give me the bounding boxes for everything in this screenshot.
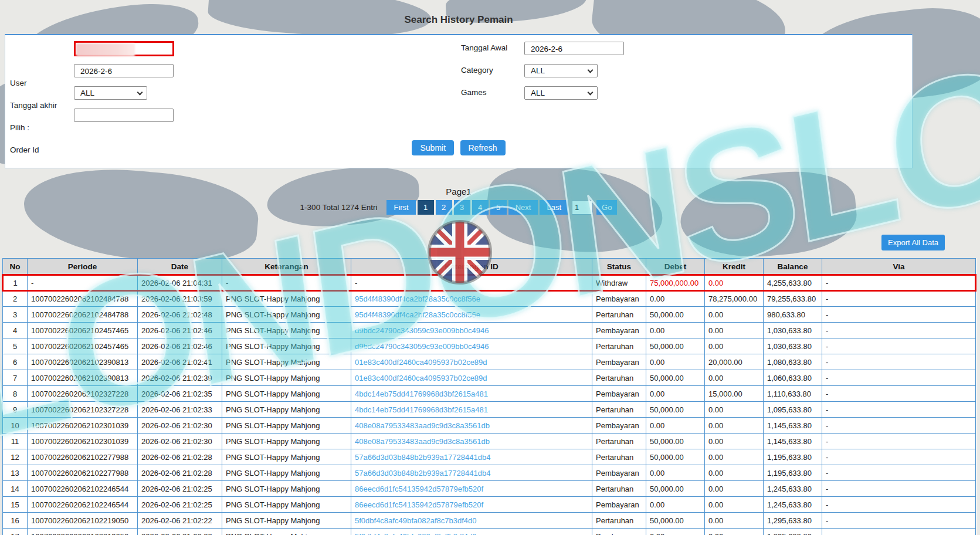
cell-date: 2026-02-06 21:02:28 bbox=[138, 465, 222, 481]
cell-periode: 10070022602062102484788 bbox=[28, 307, 138, 323]
page-button-next[interactable]: Next bbox=[508, 200, 538, 215]
cell-keterangan-id[interactable]: 57a66d3d03b848b2b939a17728441db4 bbox=[351, 449, 592, 465]
redacted-user-value bbox=[76, 43, 135, 56]
page-button-3[interactable]: 3 bbox=[454, 200, 470, 215]
cell-kredit: 78,275,000.00 bbox=[705, 291, 764, 307]
cell-keterangan-id[interactable]: 01e83c400df2460ca4095937b02ce89d bbox=[351, 354, 592, 370]
cell-kredit: 0.00 bbox=[705, 402, 764, 418]
cell-periode: 10070022602062102457465 bbox=[28, 323, 138, 338]
cell-status: Pertaruhan bbox=[592, 370, 646, 386]
table-row: 11100700226020621023010392026-02-06 21:0… bbox=[3, 434, 976, 449]
cell-periode: 10070022602062102219050 bbox=[28, 529, 138, 535]
table-row: 1-2026-02-06 21:04:31--Withdraw75,000,00… bbox=[3, 275, 976, 291]
cell-via: - bbox=[822, 418, 976, 434]
cell-status: Pembayaran bbox=[592, 418, 646, 434]
cell-no: 16 bbox=[3, 513, 28, 529]
page-button-4[interactable]: 4 bbox=[472, 200, 489, 215]
cell-no: 2 bbox=[3, 291, 28, 307]
category-label: Category bbox=[461, 66, 493, 75]
cell-keterangan-id: - bbox=[351, 275, 592, 291]
page-number-input[interactable] bbox=[572, 201, 593, 215]
cell-keterangan-id[interactable]: 408e08a79533483aad9c9d3c8a3561db bbox=[351, 418, 592, 434]
cell-debet: 0.00 bbox=[646, 465, 705, 481]
cell-keterangan-id[interactable]: 86eecd6d1fc54135942d57879efb520f bbox=[351, 497, 592, 513]
cell-keterangan: PNG SLOT-Happy Mahjong bbox=[222, 418, 351, 434]
cell-date: 2026-02-06 21:02:41 bbox=[138, 354, 222, 370]
games-selected-value: ALL bbox=[531, 89, 545, 97]
cell-balance: 79,255,633.80 bbox=[764, 291, 822, 307]
cell-kredit: 0.00 bbox=[705, 418, 764, 434]
cell-via: - bbox=[822, 323, 976, 338]
category-select[interactable]: ALL bbox=[524, 64, 598, 77]
cell-status: Pembayaran bbox=[592, 465, 646, 481]
page-button-1[interactable]: 1 bbox=[418, 200, 434, 215]
pilih-select[interactable]: ALL bbox=[74, 86, 147, 100]
table-row: 7100700226020621023908132026-02-06 21:02… bbox=[3, 370, 976, 386]
user-input[interactable] bbox=[74, 41, 174, 56]
cell-date: 2026-02-06 21:02:25 bbox=[138, 497, 222, 513]
cell-balance: 1,060,633.80 bbox=[764, 370, 822, 386]
cell-no: 7 bbox=[3, 370, 28, 386]
pilih-label: Pilih : bbox=[10, 123, 29, 132]
cell-no: 5 bbox=[3, 338, 28, 354]
column-header-periode: Periode bbox=[28, 259, 138, 275]
cell-keterangan-id[interactable]: d9bdc24790c343059c93e009bb0c4946 bbox=[351, 323, 592, 338]
table-row: 16100700226020621022190502026-02-06 21:0… bbox=[3, 513, 976, 529]
pagination-pages: First12345NextLast bbox=[386, 200, 570, 215]
column-header-balance: Balance bbox=[764, 259, 822, 275]
cell-keterangan: PNG SLOT-Happy Mahjong bbox=[222, 291, 351, 307]
order-id-input[interactable] bbox=[74, 109, 174, 122]
cell-keterangan: PNG SLOT-Happy Mahjong bbox=[222, 307, 351, 323]
cell-periode: - bbox=[28, 275, 138, 291]
cell-keterangan: PNG SLOT-Happy Mahjong bbox=[222, 465, 351, 481]
cell-date: 2026-02-06 21:02:22 bbox=[138, 529, 222, 535]
cell-via: - bbox=[822, 386, 976, 402]
cell-debet: 0.00 bbox=[646, 291, 705, 307]
cell-keterangan-id[interactable]: 408e08a79533483aad9c9d3c8a3561db bbox=[351, 434, 592, 449]
cell-keterangan-id[interactable]: 4bdc14eb75dd41769968d3bf2615a481 bbox=[351, 402, 592, 418]
cell-keterangan-id[interactable]: 86eecd6d1fc54135942d57879efb520f bbox=[351, 481, 592, 497]
page-button-5[interactable]: 5 bbox=[490, 200, 507, 215]
cell-keterangan-id[interactable]: 5f0dbf4c8afc49bfa082af8c7b3df4d0 bbox=[351, 529, 592, 535]
cell-balance: 1,030,633.80 bbox=[764, 323, 822, 338]
cell-balance: 1,245,633.80 bbox=[764, 497, 822, 513]
cell-date: 2026-02-06 21:03:59 bbox=[138, 291, 222, 307]
cell-keterangan-id[interactable]: 5f0dbf4c8afc49bfa082af8c7b3df4d0 bbox=[351, 513, 592, 529]
cell-debet: 0.00 bbox=[646, 386, 705, 402]
refresh-button[interactable]: Refresh bbox=[460, 140, 506, 155]
page-button-last[interactable]: Last bbox=[540, 200, 568, 215]
cell-keterangan-id[interactable]: d9bdc24790c343059c93e009bb0c4946 bbox=[351, 338, 592, 354]
cell-keterangan-id[interactable]: 57a66d3d03b848b2b939a17728441db4 bbox=[351, 465, 592, 481]
games-select[interactable]: ALL bbox=[524, 86, 598, 100]
cell-no: 10 bbox=[3, 418, 28, 434]
user-label: User bbox=[10, 79, 27, 87]
cell-keterangan: PNG SLOT-Happy Mahjong bbox=[222, 449, 351, 465]
table-header-row: NoPeriodeDateKeteranganKeterangan IDStat… bbox=[3, 259, 976, 275]
cell-debet: 50,000.00 bbox=[646, 449, 705, 465]
cell-keterangan-id[interactable]: 95d4f48390df4ca2bf28a35c0cc8f56e bbox=[351, 291, 592, 307]
map-landmass bbox=[20, 161, 262, 269]
cell-periode: 10070022602062102327228 bbox=[28, 402, 138, 418]
page-button-first[interactable]: First bbox=[386, 200, 415, 215]
cell-kredit: 15,000.00 bbox=[705, 386, 764, 402]
cell-keterangan-id[interactable]: 95d4f48390df4ca2bf28a35c0cc8f56e bbox=[351, 307, 592, 323]
cell-periode: 10070022602062102301039 bbox=[28, 434, 138, 449]
games-label: Games bbox=[461, 88, 487, 97]
tanggal-awal-input[interactable] bbox=[524, 42, 624, 55]
page-button-2[interactable]: 2 bbox=[436, 200, 452, 215]
form-buttons: Submit Refresh bbox=[5, 140, 913, 155]
submit-button[interactable]: Submit bbox=[412, 140, 454, 155]
current-page-label: Page1 bbox=[5, 187, 913, 197]
go-button[interactable]: Go bbox=[596, 200, 617, 215]
cell-kredit: 0.00 bbox=[705, 434, 764, 449]
cell-keterangan-id[interactable]: 4bdc14eb75dd41769968d3bf2615a481 bbox=[351, 386, 592, 402]
cell-debet: 0.00 bbox=[646, 323, 705, 338]
cell-via: - bbox=[822, 497, 976, 513]
cell-debet: 0.00 bbox=[646, 497, 705, 513]
tanggal-akhir-input[interactable] bbox=[74, 64, 174, 77]
cell-no: 6 bbox=[3, 354, 28, 370]
export-all-data-button[interactable]: Export All Data bbox=[881, 235, 945, 250]
table-row: 10100700226020621023010392026-02-06 21:0… bbox=[3, 418, 976, 434]
cell-keterangan: PNG SLOT-Happy Mahjong bbox=[222, 386, 351, 402]
cell-keterangan-id[interactable]: 01e83c400df2460ca4095937b02ce89d bbox=[351, 370, 592, 386]
